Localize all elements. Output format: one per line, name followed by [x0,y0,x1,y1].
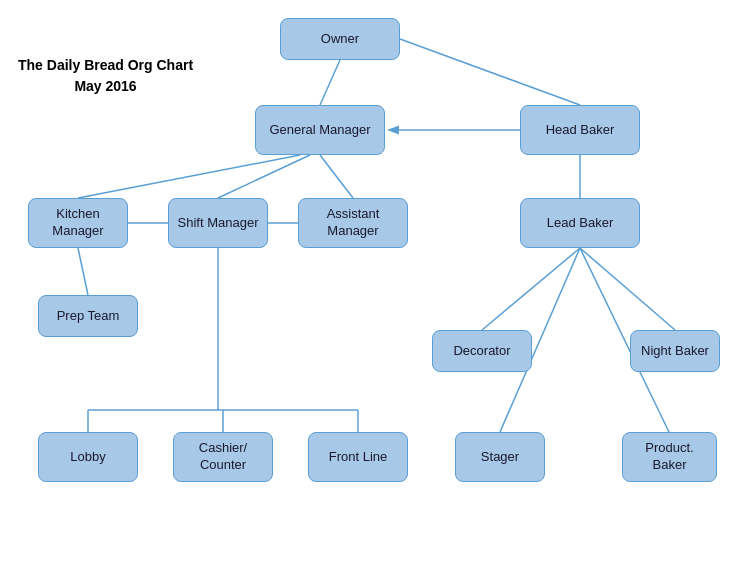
svg-line-11 [580,248,675,330]
svg-line-1 [400,39,580,105]
front-line-node: Front Line [308,432,408,482]
night-baker-node: Night Baker [630,330,720,372]
lobby-node: Lobby [38,432,138,482]
chart-title: The Daily Bread Org Chart May 2016 [18,55,193,97]
svg-line-10 [482,248,580,330]
svg-line-3 [78,155,300,198]
general-manager-node: General Manager [255,105,385,155]
svg-line-4 [218,155,310,198]
kitchen-manager-node: Kitchen Manager [28,198,128,248]
svg-line-5 [320,155,353,198]
lead-baker-node: Lead Baker [520,198,640,248]
product-baker-node: Product. Baker [622,432,717,482]
shift-manager-node: Shift Manager [168,198,268,248]
svg-line-0 [320,60,340,105]
cashier-counter-node: Cashier/ Counter [173,432,273,482]
assistant-manager-node: Assistant Manager [298,198,408,248]
prep-team-node: Prep Team [38,295,138,337]
svg-line-8 [78,248,88,295]
stager-node: Stager [455,432,545,482]
org-chart: The Daily Bread Org Chart May 2016 [0,0,752,565]
owner-node: Owner [280,18,400,60]
head-baker-node: Head Baker [520,105,640,155]
decorator-node: Decorator [432,330,532,372]
